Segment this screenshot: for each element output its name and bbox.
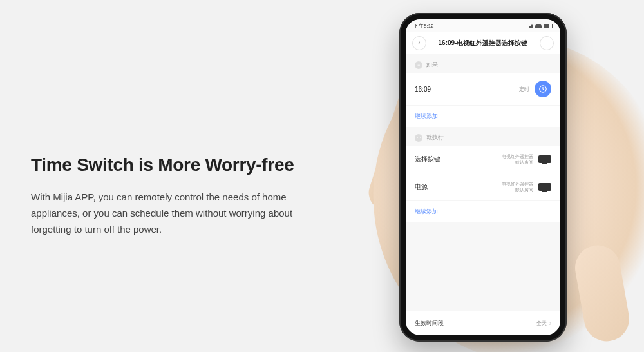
phone-screen: 下午5:12 ‹ 16:09-电视红外遥控器选择按键 ⋯ ≡ 如果 16:09 [406, 19, 560, 335]
signal-icon [527, 24, 533, 28]
action-label: 选择按键 [415, 155, 440, 164]
condition-type: 定时 [519, 86, 529, 93]
action-row[interactable]: 电源 电视红外遥控器 默认房间 [406, 173, 560, 201]
battery-icon [544, 24, 553, 28]
if-text: 如果 [426, 61, 438, 69]
condition-time: 16:09 [415, 86, 431, 93]
chevron-left-icon: ‹ [418, 39, 420, 46]
timer-icon [535, 81, 551, 97]
app-header: ‹ 16:09-电视红外遥控器选择按键 ⋯ [406, 32, 560, 54]
condition-row[interactable]: 16:09 定时 [406, 73, 560, 106]
more-icon: ⋯ [544, 39, 550, 46]
status-icons [527, 24, 553, 28]
then-text: 就执行 [426, 133, 444, 142]
headline: Time Switch is More Worry-free [31, 155, 314, 175]
more-button[interactable]: ⋯ [540, 36, 554, 50]
action-label: 电源 [415, 182, 428, 191]
description: With Mijia APP, you can remotely control… [31, 190, 314, 237]
status-bar: 下午5:12 [406, 19, 560, 32]
action-device-meta: 电视红外遥控器 默认房间 [502, 153, 533, 165]
phone-frame: 下午5:12 ‹ 16:09-电视红外遥控器选择按键 ⋯ ≡ 如果 16:09 [399, 13, 567, 342]
back-button[interactable]: ‹ [412, 36, 426, 50]
section-then-label: ⋯ 就执行 [406, 127, 560, 146]
status-time: 下午5:12 [413, 23, 434, 30]
footer-value: 全天 [536, 320, 547, 327]
action-row[interactable]: 选择按键 电视红外遥控器 默认房间 [406, 146, 560, 173]
section-if-label: ≡ 如果 [406, 54, 560, 73]
add-condition-link[interactable]: 继续添加 [406, 106, 560, 127]
tv-icon [538, 155, 551, 163]
page-title: 16:09-电视红外遥控器选择按键 [439, 39, 528, 48]
effective-period-row[interactable]: 生效时间段 全天 › [406, 311, 560, 335]
wifi-icon [535, 24, 542, 28]
add-action-link[interactable]: 继续添加 [406, 201, 560, 222]
action-device-meta: 电视红外遥控器 默认房间 [502, 181, 533, 193]
chevron-right-icon: › [549, 320, 551, 327]
footer-label: 生效时间段 [415, 319, 444, 328]
spacer [406, 222, 560, 311]
marketing-copy: Time Switch is More Worry-free With Miji… [31, 155, 314, 237]
tv-icon [538, 183, 551, 191]
if-icon: ≡ [415, 61, 422, 69]
then-icon: ⋯ [415, 134, 422, 142]
